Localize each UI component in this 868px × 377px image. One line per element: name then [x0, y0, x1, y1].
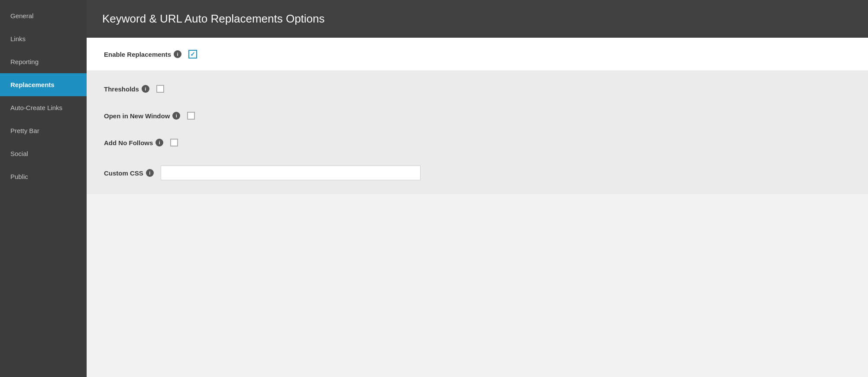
thresholds-info-icon[interactable]: i — [142, 85, 149, 93]
custom-css-info-icon[interactable]: i — [146, 169, 154, 177]
sidebar-item-auto-create-links[interactable]: Auto-Create Links — [0, 96, 87, 119]
page-title: Keyword & URL Auto Replacements Options — [102, 12, 852, 26]
add-no-follows-label: Add No Follows i — [104, 139, 163, 146]
open-new-window-info-icon[interactable]: i — [172, 112, 180, 120]
sidebar-item-general[interactable]: General — [0, 4, 87, 27]
custom-css-input[interactable] — [161, 166, 421, 180]
thresholds-row: Thresholds i — [87, 75, 868, 102]
add-no-follows-row: Add No Follows i — [87, 129, 868, 156]
main-content: Keyword & URL Auto Replacements Options … — [87, 0, 868, 377]
enable-replacements-checkbox[interactable] — [188, 50, 197, 58]
sidebar: General Links Reporting Replacements Aut… — [0, 0, 87, 377]
thresholds-label: Thresholds i — [104, 85, 149, 93]
sidebar-item-links[interactable]: Links — [0, 27, 87, 50]
options-section: Thresholds i Open in New Window i Add No… — [87, 71, 868, 194]
sidebar-item-pretty-bar[interactable]: Pretty Bar — [0, 119, 87, 142]
enable-replacements-label: Enable Replacements i — [104, 50, 181, 58]
sidebar-item-social[interactable]: Social — [0, 142, 87, 165]
open-new-window-row: Open in New Window i — [87, 102, 868, 129]
sidebar-item-replacements[interactable]: Replacements — [0, 73, 87, 96]
enable-replacements-info-icon[interactable]: i — [174, 50, 181, 58]
custom-css-row: Custom CSS i — [87, 156, 868, 190]
add-no-follows-info-icon[interactable]: i — [155, 139, 163, 146]
page-header: Keyword & URL Auto Replacements Options — [87, 0, 868, 38]
add-no-follows-checkbox[interactable] — [170, 139, 178, 146]
thresholds-checkbox[interactable] — [156, 85, 164, 93]
open-new-window-checkbox[interactable] — [187, 112, 195, 120]
sidebar-item-public[interactable]: Public — [0, 165, 87, 188]
custom-css-label: Custom CSS i — [104, 169, 154, 177]
sidebar-item-reporting[interactable]: Reporting — [0, 50, 87, 73]
enable-replacements-row: Enable Replacements i — [87, 38, 868, 71]
content-area: Enable Replacements i Thresholds i Open … — [87, 38, 868, 377]
open-new-window-label: Open in New Window i — [104, 112, 180, 120]
